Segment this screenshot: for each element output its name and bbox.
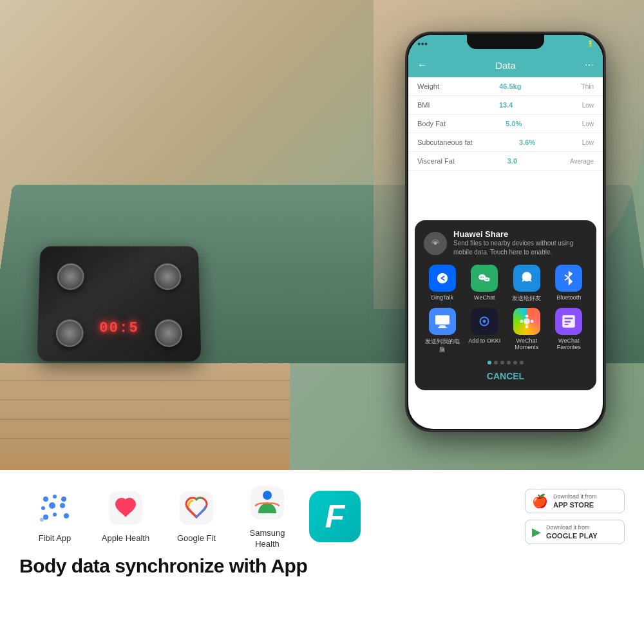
pagination-dots	[424, 361, 587, 365]
google-play-name: GOOGLE PLAY	[546, 532, 598, 540]
share-app-dingtalk[interactable]: DingTalk	[424, 265, 461, 303]
svg-rect-9	[438, 327, 446, 328]
dingtalk-label: DingTalk	[431, 294, 453, 301]
wechat-icon	[471, 265, 498, 292]
subcutaneous-value: 3.6%	[519, 138, 535, 146]
apps-store-row: Fibit App Apple Health	[19, 483, 625, 550]
scale-pad-tr	[154, 263, 181, 290]
subcutaneous-label: Subcutaneous fat	[417, 138, 473, 146]
samsung-health-label: SamsungHealth	[250, 528, 285, 550]
svg-point-6	[488, 279, 489, 280]
svg-point-34	[263, 491, 272, 500]
app-item-apple-health: Apple Health	[90, 488, 161, 544]
okki-label: Add to OKKI	[468, 337, 500, 344]
bluetooth-label: Bluetooth	[556, 294, 581, 301]
moments-icon	[513, 308, 540, 335]
svg-point-11	[483, 320, 486, 323]
phone-screen: ●●● 10:33 🔋 ← Data ⋯ Weight 46.5kg Thin	[408, 35, 603, 429]
apple-health-label: Apple Health	[102, 533, 149, 544]
google-fit-icon	[180, 491, 213, 525]
cancel-button[interactable]: CANCEL	[424, 371, 587, 381]
scale-body: 00:5	[37, 246, 201, 361]
headline: Body data synchronize with App	[19, 555, 625, 577]
svg-point-30	[40, 518, 44, 522]
share-app-favorites[interactable]: WeChat Favorites	[551, 308, 588, 354]
svg-point-5	[486, 279, 487, 280]
bottom-section: Fibit App Apple Health	[0, 470, 644, 644]
share-apps-grid: DingTalk WeChat 发送给好友	[424, 265, 587, 354]
google-play-text: Download it from GOOGLE PLAY	[546, 524, 598, 540]
svg-rect-8	[439, 325, 445, 327]
bodyfat-label: Body Fat	[417, 120, 446, 128]
app-store-button[interactable]: 🍎 Download it from APP STORE	[525, 489, 625, 513]
share-header: Huawei Share Send files to nearby device…	[424, 229, 587, 257]
store-buttons: 🍎 Download it from APP STORE ▶ Download …	[525, 489, 625, 544]
share-app-sendpc[interactable]: 发送到我的电脑	[424, 308, 461, 354]
sendpc-icon	[429, 308, 456, 335]
svg-point-21	[43, 497, 48, 502]
weight-value: 46.5kg	[499, 82, 521, 90]
svg-rect-18	[565, 317, 573, 319]
floor-area	[0, 361, 290, 470]
qq-label: 发送给好友	[512, 294, 541, 303]
wechat-label: WeChat	[474, 294, 495, 301]
share-app-wechat[interactable]: WeChat	[466, 265, 504, 303]
phone-notch	[467, 33, 544, 49]
data-row-weight: Weight 46.5kg Thin	[408, 77, 603, 96]
share-text: Huawei Share Send files to nearby device…	[453, 229, 587, 257]
svg-point-16	[520, 320, 523, 323]
phone-body: ●●● 10:33 🔋 ← Data ⋯ Weight 46.5kg Thin	[406, 32, 605, 431]
svg-point-12	[524, 318, 530, 325]
svg-point-28	[53, 513, 57, 516]
favorites-label: WeChat Favorites	[551, 337, 588, 350]
share-app-bluetooth[interactable]: Bluetooth	[551, 265, 588, 303]
fitbit-label: Fibit App	[39, 533, 71, 544]
favorites-icon	[555, 308, 582, 335]
svg-point-25	[49, 502, 55, 509]
bmi-label: BMI	[417, 101, 430, 109]
app-item-fitbit: Fibit App	[19, 488, 90, 544]
dot-6	[520, 361, 524, 365]
subcutaneous-status: Low	[582, 139, 594, 146]
fitbit-icon-container	[35, 488, 75, 528]
dot-3	[500, 361, 504, 365]
dot-5	[513, 361, 517, 365]
app-store-name: APP STORE	[553, 501, 597, 509]
weight-status: Thin	[582, 83, 594, 90]
svg-point-4	[484, 277, 490, 281]
bluetooth-icon	[555, 265, 582, 292]
okki-icon	[471, 308, 498, 335]
share-description: Send files to nearby devices without usi…	[453, 239, 587, 257]
hero-section: 00:5 ●●● 10:33 🔋 ← Data ⋯	[0, 0, 644, 470]
google-play-button[interactable]: ▶ Download it from GOOGLE PLAY	[525, 520, 625, 544]
floor-plank	[0, 380, 290, 381]
visceral-status: Average	[570, 158, 594, 165]
dot-1	[488, 361, 491, 365]
data-list: Weight 46.5kg Thin BMI 13.4 Low Body Fat…	[408, 77, 603, 171]
scale-pad-br	[155, 319, 182, 347]
dot-4	[507, 361, 511, 365]
battery-icon: 🔋	[587, 41, 594, 47]
back-button[interactable]: ←	[417, 59, 428, 71]
data-row-bmi: BMI 13.4 Low	[408, 96, 603, 115]
samsung-health-icon-container	[247, 483, 287, 523]
share-app-moments[interactable]: WeChat Moments	[508, 308, 545, 354]
svg-point-2	[480, 276, 482, 278]
svg-point-15	[525, 325, 528, 328]
share-app-qq[interactable]: 发送给好友	[508, 265, 545, 303]
app-store-text: Download it from APP STORE	[553, 493, 597, 509]
scale-led-display: 00:5	[99, 320, 139, 336]
data-row-visceral: Visceral Fat 3.0 Average	[408, 152, 603, 171]
share-button[interactable]: ⋯	[585, 60, 594, 70]
share-app-okki[interactable]: Add to OKKI	[466, 308, 504, 354]
main-app-f-icon: F	[309, 491, 361, 542]
svg-point-22	[53, 495, 57, 498]
google-play-icon: ▶	[532, 525, 541, 539]
floor-plank	[0, 399, 290, 401]
dingtalk-icon	[429, 265, 456, 292]
app-store-prefix: Download it from	[553, 493, 597, 501]
app-item-samsung-health: SamsungHealth	[232, 483, 303, 550]
share-title: Huawei Share	[453, 229, 587, 239]
scale-container: 00:5	[39, 245, 206, 374]
weight-label: Weight	[417, 82, 439, 90]
